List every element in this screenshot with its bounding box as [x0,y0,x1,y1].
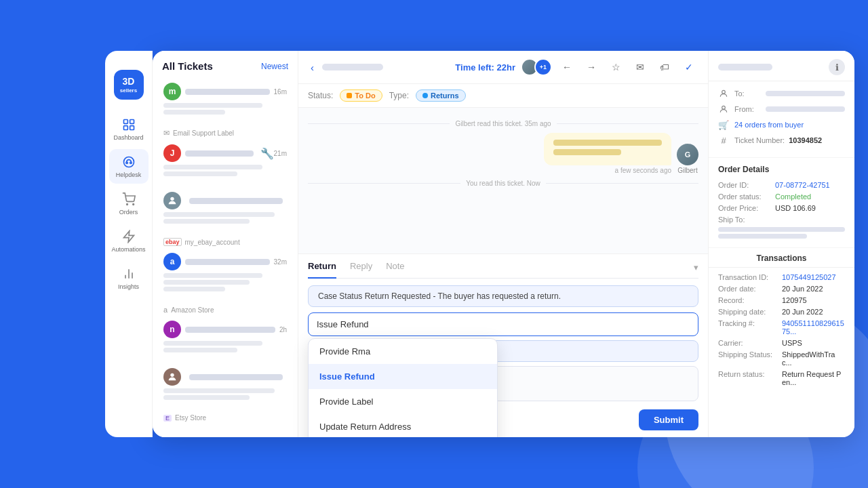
order-id-row: Order ID: 07-08772-42751 [718,181,845,189]
nav-back-button[interactable]: ← [557,58,576,77]
type-dot [422,93,428,98]
record-value: 120975 [782,296,807,304]
star-button[interactable]: ☆ [606,58,625,77]
order-date-row: Order date: 20 Jun 2022 [718,285,845,293]
svg-point-8 [132,204,134,205]
contact-section: To: From: 🛒 24 orders from buyer # Ticke… [709,81,854,158]
section-label-amazon: a Amazon Store [158,302,292,315]
tag-button[interactable]: 🏷 [655,58,674,77]
message-bubble: a few seconds ago G Gilbert [308,133,698,174]
reply-input-wrap: Provide Rma Issue Refund Provide Label U… [308,312,698,336]
sort-label[interactable]: Newest [261,62,288,71]
avatar [163,368,181,386]
dropdown-item-provide-label[interactable]: Provide Label [309,389,497,414]
tracking-label: Tracking #: [718,319,779,327]
right-panel-header: ℹ [709,51,854,81]
ticket-avatars: +1 [521,58,552,76]
list-item[interactable]: J 🔧 21m [158,139,292,184]
ticket-time: 21m [274,150,287,157]
hash-icon: # [718,135,729,146]
return-status-label: Return status: [718,370,779,378]
dropdown-item-update-address[interactable]: Update Return Address [309,414,497,437]
order-details-title: Order Details [718,165,845,174]
breadcrumb-bar [322,64,383,70]
transactions-details: Transaction ID: 1075449125027 Order date… [709,268,854,395]
orders-icon [121,192,136,207]
nav-item-helpdesk[interactable]: Helpdesk [109,149,149,184]
automations-icon [121,229,136,244]
shipping-status-label: Shipping Status: [718,350,779,359]
svg-point-13 [170,197,174,201]
list-item[interactable] [158,186,292,231]
nav-item-orders[interactable]: Orders [109,186,149,221]
order-status-label: Order status: [718,192,772,201]
ticket-time: 2h [279,326,287,333]
orders-icon-sm: 🛒 [718,119,729,130]
back-button[interactable]: ‹ [308,62,317,73]
svg-rect-3 [130,126,134,130]
submit-button[interactable]: Submit [639,409,698,430]
svg-point-16 [722,106,726,109]
list-item[interactable] [158,363,292,407]
ticket-label: Ticket Number: 10394852 [734,136,822,144]
tab-return[interactable]: Return [308,261,336,279]
nav-item-dashboard[interactable]: Dashboard [109,112,149,146]
tab-reply[interactable]: Reply [350,261,372,274]
orders-row: 🛒 24 orders from buyer [718,119,845,130]
from-icon [718,104,729,115]
nav-forward-button[interactable]: → [582,58,601,77]
return-status-row: Return status: Return Request Pen... [718,370,845,386]
carrier-row: Carrier: USPS [718,339,845,347]
transaction-id-label: Transaction ID: [718,273,779,281]
svg-point-7 [126,204,127,205]
message-timestamp: a few seconds ago [615,167,671,174]
nav-label-helpdesk: Helpdesk [116,171,142,178]
dropdown-item-issue-refund[interactable]: Issue Refund [309,364,497,389]
refund-type-input[interactable] [308,312,698,336]
svg-rect-0 [123,120,127,124]
order-id-value: 07-08772-42751 [775,181,830,189]
ship-address-bar2 [718,234,807,239]
order-details-section: Order Details Order ID: 07-08772-42751 O… [709,158,854,248]
status-badge-todo[interactable]: To Do [340,89,382,102]
nav-label-insights: Insights [118,283,139,290]
avatar: m [163,83,181,100]
order-date-label: Order date: [718,285,779,293]
record-row: Record: 120975 [718,296,845,304]
avatar-badge: +1 [534,58,552,76]
to-label: To: [734,89,760,98]
mail-button[interactable]: ✉ [631,58,650,77]
person-icon [718,88,729,99]
ship-to-label: Ship To: [718,216,772,224]
app-logo: 3D sellers [114,70,144,100]
check-button[interactable]: ✓ [679,58,698,77]
svg-point-5 [125,162,127,164]
from-bar [766,106,845,112]
list-item[interactable]: m 16m [158,77,292,122]
insights-icon [121,266,136,281]
orders-text: 24 orders from buyer [734,121,804,129]
tab-chevron[interactable]: ▾ [694,261,698,274]
from-label: From: [734,105,760,113]
status-dot [347,93,352,98]
nav-item-automations[interactable]: Automations [109,224,149,258]
type-badge-returns[interactable]: Returns [416,89,466,102]
sidebar-title: All Tickets [162,60,213,72]
message-content [544,133,671,165]
order-price-label: Order Price: [718,204,772,212]
shipping-date-row: Shipping date: 20 Jun 2022 [718,308,845,316]
read-text: Gilbert read this ticket. 35m ago [455,120,551,127]
nav-label-orders: Orders [119,209,138,216]
nav-item-insights[interactable]: Insights [109,261,149,296]
shipping-status-row: Shipping Status: ShippedWithTrac... [718,350,845,367]
avatar: a [163,253,181,270]
list-item[interactable]: n 2h [158,315,292,360]
helpdesk-icon [121,155,136,169]
status-label: Status: [308,91,333,100]
dropdown-item-provide-rma[interactable]: Provide Rma [309,339,497,364]
to-bar [766,91,845,96]
list-item[interactable]: a 32m [158,247,292,299]
info-icon[interactable]: ℹ [829,59,845,75]
svg-point-15 [722,90,726,94]
tab-note[interactable]: Note [386,261,404,274]
